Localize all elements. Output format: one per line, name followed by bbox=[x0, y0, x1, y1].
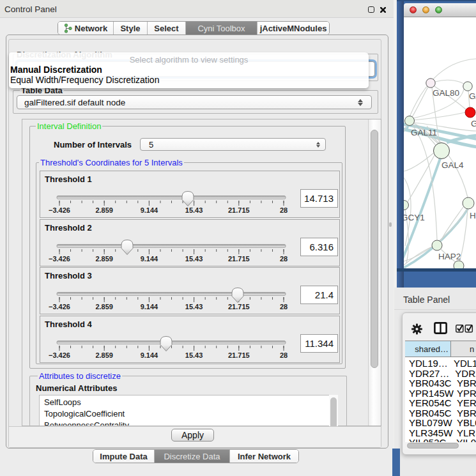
svg-text:−3.426: −3.426 bbox=[49, 351, 70, 359]
svg-text:15.43: 15.43 bbox=[185, 206, 203, 214]
svg-text:2.859: 2.859 bbox=[95, 255, 113, 263]
svg-text:28: 28 bbox=[280, 303, 288, 311]
svg-text:9.144: 9.144 bbox=[141, 206, 158, 214]
svg-text:9.144: 9.144 bbox=[141, 303, 158, 311]
svg-text:−3.426: −3.426 bbox=[49, 303, 70, 311]
svg-text:15.43: 15.43 bbox=[185, 303, 203, 311]
svg-text:2.859: 2.859 bbox=[95, 303, 113, 311]
svg-text:2.859: 2.859 bbox=[95, 351, 113, 359]
svg-text:GAL4: GAL4 bbox=[441, 160, 464, 170]
svg-text:G: G bbox=[471, 119, 476, 128]
svg-text:15.43: 15.43 bbox=[185, 351, 203, 359]
svg-text:15.43: 15.43 bbox=[185, 255, 203, 263]
svg-text:9.144: 9.144 bbox=[141, 255, 158, 263]
svg-text:−3.426: −3.426 bbox=[49, 255, 70, 263]
svg-text:21.715: 21.715 bbox=[228, 206, 250, 214]
svg-text:21.715: 21.715 bbox=[228, 303, 250, 311]
svg-text:28: 28 bbox=[280, 206, 288, 214]
svg-text:GAL11: GAL11 bbox=[411, 128, 437, 137]
svg-text:21.715: 21.715 bbox=[228, 351, 250, 359]
svg-text:GAL80: GAL80 bbox=[433, 88, 459, 98]
svg-text:28: 28 bbox=[280, 255, 288, 263]
svg-text:9.144: 9.144 bbox=[141, 351, 158, 359]
svg-text:2.859: 2.859 bbox=[95, 206, 113, 214]
svg-text:GA: GA bbox=[469, 91, 476, 101]
svg-text:HAP2: HAP2 bbox=[438, 252, 461, 261]
svg-text:21.715: 21.715 bbox=[228, 255, 250, 263]
svg-text:28: 28 bbox=[280, 351, 288, 359]
svg-text:HI: HI bbox=[470, 211, 476, 220]
svg-text:GCY1: GCY1 bbox=[404, 213, 425, 222]
svg-text:−3.426: −3.426 bbox=[49, 206, 70, 214]
